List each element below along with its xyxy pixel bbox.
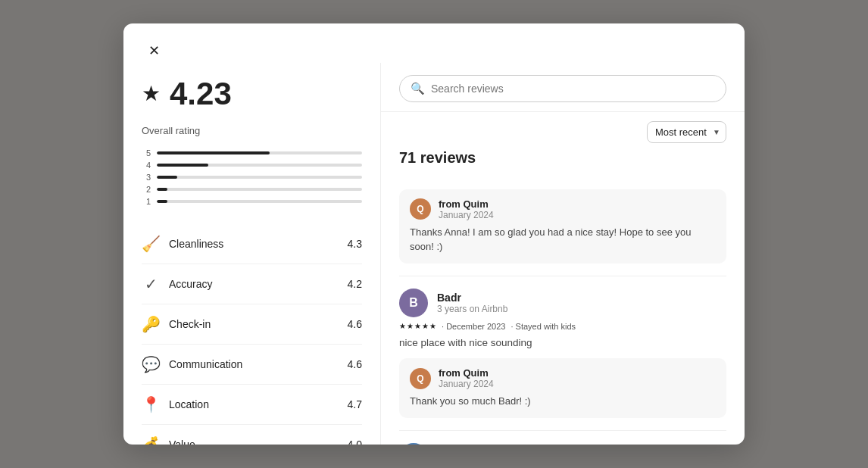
search-bar-wrap: 🔍: [381, 63, 745, 112]
star-icon: ★: [399, 322, 406, 330]
star-icon: ★: [142, 81, 161, 106]
bar-track: [157, 151, 362, 154]
category-left: 📍 Location: [142, 395, 209, 413]
response-date: January 2024: [439, 210, 494, 220]
review-card: B Badr 3 years on Airbnb ★★★★★ · Decembe…: [399, 276, 726, 431]
bar-row: 4: [142, 161, 362, 170]
category-name: Check-in: [169, 318, 211, 330]
bar-row: 2: [142, 185, 362, 194]
review-date: · December 2023: [439, 322, 505, 331]
category-name: Accuracy: [169, 278, 213, 290]
response-from-label: from Quim: [439, 198, 494, 210]
review-tags: · Stayed with kids: [508, 322, 576, 331]
close-button[interactable]: ✕: [142, 39, 166, 63]
bar-label: 4: [142, 161, 151, 170]
response-block: Q from Quim January 2024 Thanks Anna! I …: [399, 189, 726, 264]
star-icon: ★: [429, 322, 436, 330]
category-item: 🔑 Check-in 4.6: [142, 304, 362, 345]
response-info: from Quim January 2024: [439, 367, 494, 389]
bar-track: [157, 188, 362, 191]
review-modal: ✕ ★ 4.23 Overall rating 5 4: [123, 23, 745, 445]
review-text: nice place with nice sounding: [399, 335, 726, 351]
bar-fill: [157, 188, 167, 191]
bar-track: [157, 200, 362, 203]
category-icon: 🧹: [142, 235, 160, 253]
category-icon: 💰: [142, 435, 160, 445]
response-text: Thanks Anna! I am so glad you had a nice…: [410, 225, 716, 254]
response-from-label: from Quim: [439, 367, 494, 379]
stars-row: ★★★★★: [399, 322, 436, 330]
category-list: 🧹 Cleanliness 4.3 ✓ Accuracy 4.2 🔑 Check…: [142, 224, 362, 445]
modal-body: ★ 4.23 Overall rating 5 4 3 2: [123, 63, 745, 445]
bar-fill: [157, 151, 270, 154]
category-icon: 🔑: [142, 315, 160, 333]
star-icon: ★: [407, 322, 414, 330]
response-info: from Quim January 2024: [439, 198, 494, 220]
category-left: 🧹 Cleanliness: [142, 235, 223, 253]
bar-label: 5: [142, 148, 151, 158]
rating-hero: ★ 4.23: [142, 78, 362, 110]
search-bar: 🔍: [399, 75, 726, 102]
bar-track: [157, 176, 362, 179]
reviews-list: Q from Quim January 2024 Thanks Anna! I …: [399, 170, 726, 445]
sort-row: Most recentMost helpful ▼: [399, 112, 726, 149]
modal-backdrop[interactable]: ✕ ★ 4.23 Overall rating 5 4: [0, 0, 868, 468]
review-card: Q from Quim January 2024 Thanks Anna! I …: [399, 170, 726, 276]
bar-row: 1: [142, 197, 362, 206]
review-rating-row: ★★★★★ · December 2023 · Stayed with kids: [399, 322, 726, 331]
avatar: E: [399, 443, 428, 445]
bar-label: 2: [142, 185, 151, 194]
sort-wrap: Most recentMost helpful ▼: [647, 121, 726, 143]
left-panel: ★ 4.23 Overall rating 5 4 3 2: [123, 63, 381, 445]
reviewer-info: Badr 3 years on Airbnb: [437, 292, 726, 314]
category-name: Location: [169, 398, 209, 410]
category-left: ✓ Accuracy: [142, 275, 213, 293]
star-icon: ★: [422, 322, 429, 330]
rating-bar-chart: 5 4 3 2 1: [142, 148, 362, 206]
category-name: Communication: [169, 358, 242, 370]
category-score: 4.7: [348, 398, 362, 410]
response-header: Q from Quim January 2024: [410, 198, 716, 220]
category-icon: ✓: [142, 275, 160, 293]
bar-row: 5: [142, 148, 362, 158]
bar-track: [157, 164, 362, 167]
avatar: Q: [410, 368, 431, 389]
reviewer-name: Badr: [437, 292, 726, 304]
right-panel: 🔍 Most recentMost helpful ▼: [381, 63, 745, 445]
category-score: 4.3: [348, 238, 362, 250]
response-date: January 2024: [439, 379, 494, 389]
review-card: E Eoin 2 years on Airbnb ★★★★★ · Novembe…: [399, 431, 726, 445]
category-left: 🔑 Check-in: [142, 315, 211, 333]
bar-fill: [157, 200, 167, 203]
response-text: Thank you so much Badr! :): [410, 394, 716, 409]
category-left: 💬 Communication: [142, 355, 242, 373]
category-name: Value: [169, 438, 195, 445]
bar-label: 3: [142, 173, 151, 182]
overall-label: Overall rating: [142, 125, 362, 136]
category-score: 4.6: [348, 358, 362, 370]
search-icon: 🔍: [411, 82, 425, 95]
bar-fill: [157, 164, 208, 167]
overall-rating-number: 4.23: [170, 78, 232, 110]
category-score: 4.6: [348, 318, 362, 330]
category-item: 💬 Communication 4.6: [142, 345, 362, 385]
modal-header: ✕: [123, 23, 745, 63]
reviews-title: 71 reviews: [399, 149, 726, 167]
response-block: Q from Quim January 2024 Thank you so mu…: [399, 358, 726, 418]
reviewer-row: E Eoin 2 years on Airbnb: [399, 443, 726, 445]
sort-select[interactable]: Most recentMost helpful: [647, 121, 726, 143]
category-icon: 💬: [142, 355, 160, 373]
category-left: 💰 Value: [142, 435, 195, 445]
avatar: Q: [410, 198, 431, 220]
search-input[interactable]: [431, 83, 715, 95]
reviewer-meta: 3 years on Airbnb: [437, 304, 726, 314]
bar-label: 1: [142, 197, 151, 206]
reviewer-row: B Badr 3 years on Airbnb: [399, 289, 726, 317]
avatar: B: [399, 289, 428, 317]
category-score: 4.2: [348, 278, 362, 290]
bar-row: 3: [142, 173, 362, 182]
category-item: 💰 Value 4.0: [142, 425, 362, 445]
category-icon: 📍: [142, 395, 160, 413]
category-item: 🧹 Cleanliness 4.3: [142, 224, 362, 264]
bar-fill: [157, 176, 177, 179]
